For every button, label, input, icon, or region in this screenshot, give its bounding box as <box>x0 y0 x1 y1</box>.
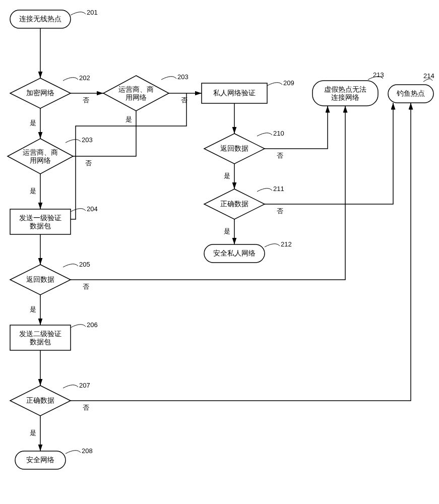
node-encrypted-network: 加密网络 202 <box>10 74 90 108</box>
svg-text:安全网络: 安全网络 <box>26 456 54 464</box>
edge-label-no: 否 <box>83 404 89 411</box>
edge-label-no: 否 <box>277 152 283 159</box>
edge-label-yes: 是 <box>30 429 36 436</box>
svg-text:安全私人网络: 安全私人网络 <box>213 249 256 257</box>
svg-text:运营商、商: 运营商、商 <box>23 148 58 156</box>
node-return-data-left: 返回数据 205 <box>10 261 90 295</box>
node-phishing-hotspot: 钓鱼热点 214 <box>388 72 434 103</box>
edge-label-yes: 是 <box>30 305 36 313</box>
edge-label-yes: 是 <box>224 172 230 179</box>
svg-text:私人网络验证: 私人网络验证 <box>213 89 256 97</box>
svg-text:数据包: 数据包 <box>30 222 51 230</box>
svg-text:连接无线热点: 连接无线热点 <box>19 15 61 23</box>
svg-text:214: 214 <box>423 72 434 80</box>
svg-text:203: 203 <box>82 136 93 144</box>
svg-text:202: 202 <box>79 74 90 82</box>
svg-text:201: 201 <box>87 9 98 16</box>
node-send-level2-verify: 发送二级验证 数据包 206 <box>10 321 98 350</box>
edge-label-yes: 是 <box>126 115 132 123</box>
node-correct-data-right: 正确数据 211 <box>204 185 284 219</box>
svg-text:210: 210 <box>273 130 284 137</box>
svg-text:虚假热点无法: 虚假热点无法 <box>324 85 366 93</box>
svg-text:213: 213 <box>373 71 384 79</box>
svg-text:203: 203 <box>177 73 189 81</box>
svg-text:209: 209 <box>283 79 294 87</box>
svg-text:发送一级验证: 发送一级验证 <box>19 214 61 222</box>
svg-text:数据包: 数据包 <box>30 338 51 346</box>
svg-text:用网络: 用网络 <box>126 93 147 101</box>
svg-text:运营商、商: 运营商、商 <box>118 85 154 93</box>
svg-text:钓鱼热点: 钓鱼热点 <box>396 89 425 97</box>
svg-text:211: 211 <box>273 185 284 193</box>
node-send-level1-verify: 发送一级验证 数据包 204 <box>10 205 98 234</box>
edge-label-no: 否 <box>277 207 283 215</box>
svg-text:返回数据: 返回数据 <box>26 275 54 283</box>
svg-text:正确数据: 正确数据 <box>220 200 248 208</box>
edge <box>63 111 136 219</box>
node-correct-data-left: 正确数据 207 <box>10 382 90 416</box>
node-fake-hotspot: 虚假热点无法 连接网络 213 <box>312 71 384 106</box>
node-private-network-verify: 私人网络验证 209 <box>202 79 294 103</box>
edge <box>265 106 328 149</box>
node-operator-commercial-left: 运营商、商 用网络 203 <box>8 136 93 174</box>
svg-text:206: 206 <box>87 321 98 329</box>
svg-text:204: 204 <box>87 205 98 213</box>
svg-text:返回数据: 返回数据 <box>220 144 248 152</box>
node-return-data-right: 返回数据 210 <box>204 130 284 164</box>
edge-label-yes: 是 <box>30 119 36 127</box>
svg-text:连接网络: 连接网络 <box>331 93 359 101</box>
svg-text:加密网络: 加密网络 <box>26 89 54 97</box>
svg-text:208: 208 <box>82 447 93 455</box>
edge-label-yes: 是 <box>224 227 230 235</box>
edge-label-no: 否 <box>85 159 92 167</box>
node-connect-wifi: 连接无线热点 201 <box>10 9 98 28</box>
node-secure-private-network: 安全私人网络 212 <box>204 240 292 263</box>
node-secure-network: 安全网络 208 <box>15 447 93 469</box>
edge-label-yes: 是 <box>30 187 36 195</box>
svg-text:212: 212 <box>281 240 292 248</box>
edge-label-no: 否 <box>83 283 89 290</box>
svg-text:207: 207 <box>79 382 90 389</box>
svg-text:发送二级验证: 发送二级验证 <box>19 330 61 338</box>
svg-text:205: 205 <box>79 261 90 268</box>
svg-text:用网络: 用网络 <box>30 156 51 164</box>
flowchart-diagram: 连接无线热点 201 加密网络 202 否 运营商、商 用网络 203 否 私人… <box>0 0 439 504</box>
svg-text:正确数据: 正确数据 <box>26 396 54 404</box>
edge-label-no: 否 <box>83 96 89 104</box>
node-operator-commercial-top: 运营商、商 用网络 203 <box>103 73 189 111</box>
